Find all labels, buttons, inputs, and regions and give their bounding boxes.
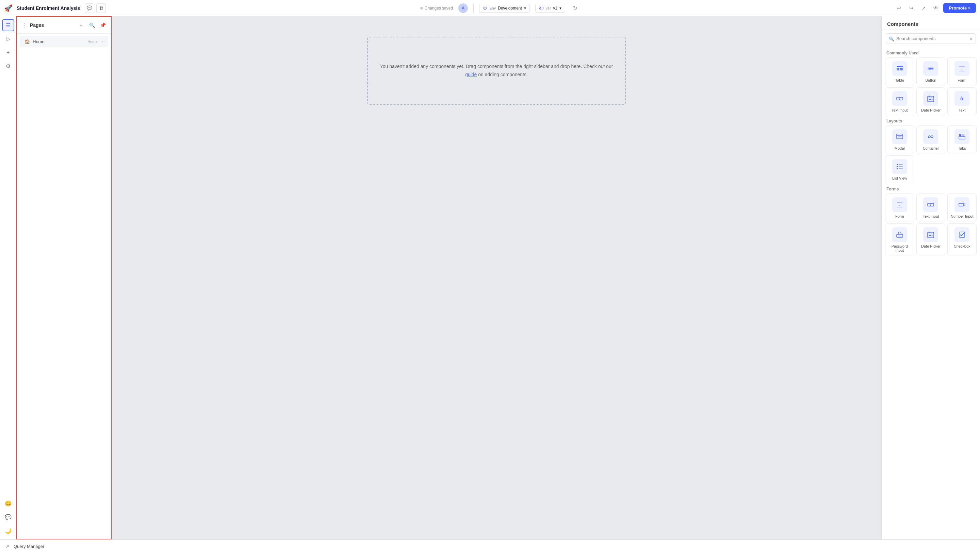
svg-point-55 — [932, 235, 933, 236]
nav-data-icon[interactable]: ✦ — [2, 46, 14, 59]
form-label: Form — [958, 78, 966, 82]
components-search-container: 🔍 ✕ — [886, 33, 976, 44]
refresh-icon[interactable]: ↻ — [571, 3, 580, 13]
svg-text:T_: T_ — [899, 97, 903, 100]
ver-selector[interactable]: 🏷 ver v1 ▾ — [535, 4, 565, 13]
svg-rect-0 — [897, 66, 903, 67]
topbar-doc-icons: 💬 🗑 — [85, 3, 106, 13]
svg-rect-2 — [900, 68, 903, 69]
redo-icon[interactable]: ↪ — [907, 3, 916, 13]
svg-point-6 — [929, 68, 930, 69]
table-icon — [892, 61, 907, 76]
nav-help-icon[interactable]: 😊 — [2, 497, 14, 510]
page-item-sub: Home — [88, 40, 97, 43]
promote-button[interactable]: Promote » — [943, 3, 976, 13]
text-input2-label: Text Input — [923, 214, 939, 218]
nav-components-icon[interactable]: ▷ — [2, 33, 14, 45]
component-password-input[interactable]: Password Input — [885, 224, 914, 256]
nav-pages-icon[interactable]: ☰ — [2, 19, 14, 31]
forms-grid: I Form T_ Text Input Number Input — [882, 194, 980, 256]
number-input-label: Number Input — [951, 214, 974, 218]
date-picker-icon — [923, 91, 938, 106]
svg-rect-49 — [928, 232, 934, 238]
canvas-area[interactable]: You haven't added any components yet. Dr… — [111, 16, 881, 539]
svg-point-19 — [930, 99, 931, 100]
undo-icon[interactable]: ↩ — [894, 3, 904, 13]
guide-link[interactable]: guide — [465, 72, 477, 77]
text-icon: A — [955, 91, 969, 106]
text-label: Text — [959, 108, 966, 112]
component-checkbox[interactable]: Checkbox — [947, 224, 977, 256]
component-date-picker2[interactable]: Date Picker — [916, 224, 946, 256]
query-manager-link[interactable]: Query Manager — [14, 544, 44, 549]
component-text-input[interactable]: T_ Text Input — [885, 87, 914, 115]
text-input-label: Text Input — [891, 108, 908, 112]
page-item-home[interactable]: 🏠 Home Home ··· — [20, 36, 108, 47]
pages-header: ⋮ Pages + 🔍 📌 — [17, 17, 111, 34]
svg-rect-39 — [897, 207, 902, 207]
ver-icon: 🏷 — [539, 5, 544, 11]
component-button[interactable]: Button — [916, 57, 946, 85]
drop-zone[interactable]: You haven't added any components yet. Dr… — [367, 37, 626, 105]
password-input-icon — [892, 227, 907, 242]
ver-label: ver — [546, 6, 551, 10]
nav-moon-icon[interactable]: 🌙 — [2, 524, 14, 537]
svg-text:T_: T_ — [930, 203, 934, 207]
clear-search-icon[interactable]: ✕ — [969, 36, 973, 41]
comment-icon[interactable]: 💬 — [85, 3, 94, 13]
button-icon — [923, 61, 938, 76]
env-label: Env — [489, 6, 496, 10]
page-item-more-icon[interactable]: ··· — [100, 38, 105, 44]
ver-value: v1 — [553, 6, 557, 11]
component-list-view[interactable]: List View — [885, 156, 914, 183]
add-page-icon[interactable]: + — [76, 21, 86, 30]
env-chevron-icon: ▾ — [524, 6, 526, 11]
svg-point-8 — [931, 68, 933, 69]
svg-point-48 — [900, 236, 901, 236]
env-value: Development — [498, 6, 522, 11]
svg-rect-1 — [897, 68, 899, 69]
text-input2-icon: T_ — [923, 197, 938, 212]
svg-rect-34 — [899, 166, 903, 167]
trash-icon[interactable]: 🗑 — [96, 3, 106, 13]
svg-rect-11 — [959, 71, 965, 72]
nav-settings-icon[interactable]: ⚙ — [2, 60, 14, 72]
svg-rect-4 — [900, 69, 903, 70]
component-form2[interactable]: I Form — [885, 194, 914, 221]
icon-nav: ☰ ▷ ✦ ⚙ 😊 💬 🌙 — [0, 16, 16, 539]
components-panel-title: Components — [882, 16, 980, 30]
button-label: Button — [926, 78, 937, 82]
svg-rect-29 — [962, 134, 964, 136]
checkbox-label: Checkbox — [954, 244, 970, 248]
user-avatar[interactable]: A — [458, 3, 468, 13]
preview-icon[interactable]: 👁 — [931, 3, 940, 13]
pages-drag-icon: ⋮ — [22, 22, 27, 29]
component-text[interactable]: A Text — [947, 87, 977, 115]
search-page-icon[interactable]: 🔍 — [87, 21, 97, 30]
app-title: Student Enrolment Analysis — [17, 5, 80, 11]
svg-rect-44 — [964, 205, 966, 206]
component-text-input2[interactable]: T_ Text Input — [916, 194, 946, 221]
share-icon[interactable]: ↗ — [919, 3, 928, 13]
form-icon: I — [955, 61, 969, 76]
nav-chat-icon[interactable]: 💬 — [2, 511, 14, 523]
pin-page-icon[interactable]: 📌 — [98, 21, 108, 30]
component-form[interactable]: I Form — [947, 57, 977, 85]
component-table[interactable]: Table — [885, 57, 914, 85]
topbar-right: ↩ ↪ ↗ 👁 Promote » — [894, 3, 976, 13]
component-tabs[interactable]: Tabs — [947, 126, 977, 153]
date-picker2-label: Date Picker — [921, 244, 940, 248]
pages-panel: ⋮ Pages + 🔍 📌 🏠 Home Home ··· — [16, 16, 111, 539]
bottom-expand-icon[interactable]: ↗ — [5, 544, 10, 549]
env-selector[interactable]: ⚙ Env Development ▾ — [479, 4, 530, 13]
component-container[interactable]: Container — [916, 126, 946, 153]
svg-text:I: I — [899, 203, 901, 207]
component-number-input[interactable]: Number Input — [947, 194, 977, 221]
component-date-picker[interactable]: Date Picker — [916, 87, 946, 115]
components-search-input[interactable] — [886, 33, 976, 44]
svg-rect-31 — [897, 164, 898, 165]
ver-chevron-icon: ▾ — [559, 6, 562, 11]
status-dot — [420, 7, 423, 10]
page-home-icon: 🏠 — [24, 39, 30, 44]
component-modal[interactable]: Modal — [885, 126, 914, 153]
